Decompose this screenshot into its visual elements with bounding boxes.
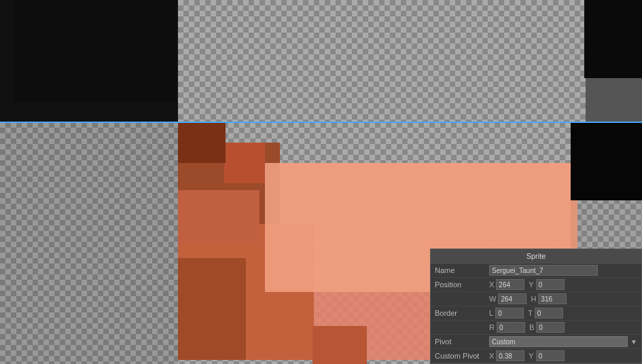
- inspector-panel: Sprite Name Serguei_Taunt_7 Position X 2…: [430, 249, 642, 364]
- border-row: Border L 0 T 0: [431, 306, 641, 321]
- name-row: Name Serguei_Taunt_7: [431, 263, 641, 278]
- cpivot-y-label: Y: [529, 352, 533, 360]
- pos-y-value[interactable]: 0: [536, 279, 565, 290]
- pos-x-value[interactable]: 264: [496, 279, 524, 290]
- position-row: Position X 264 Y 0: [431, 278, 641, 292]
- inspector-title: Sprite: [431, 249, 641, 263]
- x-label: X: [489, 280, 494, 289]
- pivot-row: Pivot Custom ▼: [431, 335, 641, 349]
- border-l-value[interactable]: 0: [495, 308, 524, 318]
- cpivot-y-value[interactable]: 0: [536, 350, 565, 361]
- border-b-value[interactable]: 0: [536, 322, 565, 333]
- cpivot-x-label: X: [489, 352, 494, 360]
- name-label: Name: [435, 266, 489, 274]
- size-row: W 264 H 316: [431, 292, 641, 306]
- dropdown-arrow-icon: ▼: [630, 338, 637, 346]
- position-label: Position: [435, 280, 489, 289]
- pivot-dropdown[interactable]: Custom: [489, 336, 628, 347]
- b-label: B: [529, 323, 534, 331]
- custom-pivot-label: Custom Pivot: [435, 352, 489, 360]
- pivot-label: Pivot: [435, 338, 489, 346]
- w-label: W: [489, 295, 496, 303]
- border-rb-row: R 0 B 0: [431, 321, 641, 335]
- pos-h-value[interactable]: 316: [538, 293, 567, 304]
- pos-w-value[interactable]: 264: [498, 293, 527, 304]
- separator-line: [0, 122, 642, 123]
- name-value[interactable]: Serguei_Taunt_7: [489, 265, 598, 276]
- r-label: R: [489, 323, 495, 331]
- l-label: L: [489, 309, 493, 317]
- custom-pivot-row: Custom Pivot X 0.38 Y 0: [431, 349, 641, 363]
- border-r-value[interactable]: 0: [497, 322, 525, 333]
- border-t-value[interactable]: 0: [535, 308, 563, 318]
- y-label: Y: [529, 280, 533, 289]
- border-label: Border: [435, 309, 489, 317]
- h-label: H: [531, 295, 536, 303]
- cpivot-x-value[interactable]: 0.38: [496, 350, 524, 361]
- t-label: T: [528, 309, 533, 317]
